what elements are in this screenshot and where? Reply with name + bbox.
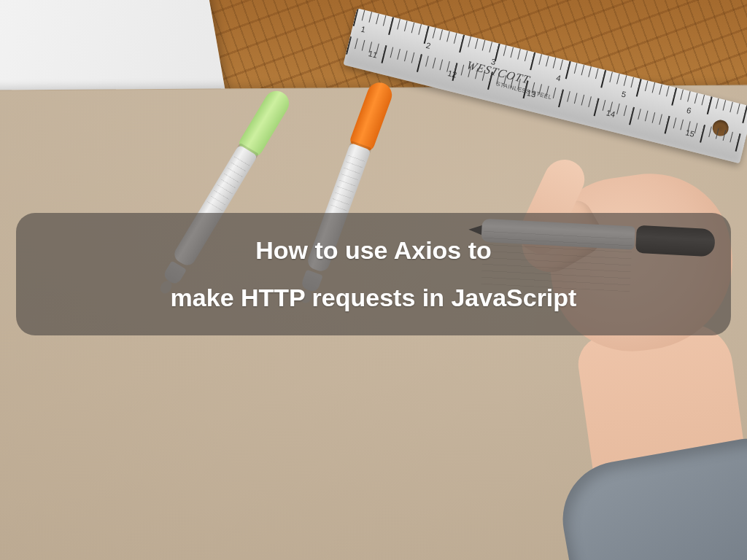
ruler-tick-6: 6 bbox=[677, 104, 744, 128]
ruler-cm-13: 13 bbox=[505, 83, 587, 112]
title-line-2: make HTTP requests in JavaScript bbox=[171, 283, 577, 313]
ruler-cm-14: 14 bbox=[584, 103, 666, 131]
title-line-1: How to use Axios to bbox=[255, 236, 492, 265]
hero-scene: 1 2 3 4 5 6 WESTCOTT STAINLESS STEEL 11 … bbox=[0, 0, 747, 560]
ruler-tick-1: 1 bbox=[352, 23, 419, 47]
hand bbox=[484, 146, 747, 554]
ruler-tick-4: 4 bbox=[547, 71, 614, 96]
title-overlay: How to use Axios to make HTTP requests i… bbox=[16, 213, 731, 335]
ruler-tick-5: 5 bbox=[612, 88, 679, 112]
ruler-subtext: STAINLESS STEEL bbox=[495, 81, 552, 101]
ruler-cm-11: 11 bbox=[347, 44, 428, 72]
